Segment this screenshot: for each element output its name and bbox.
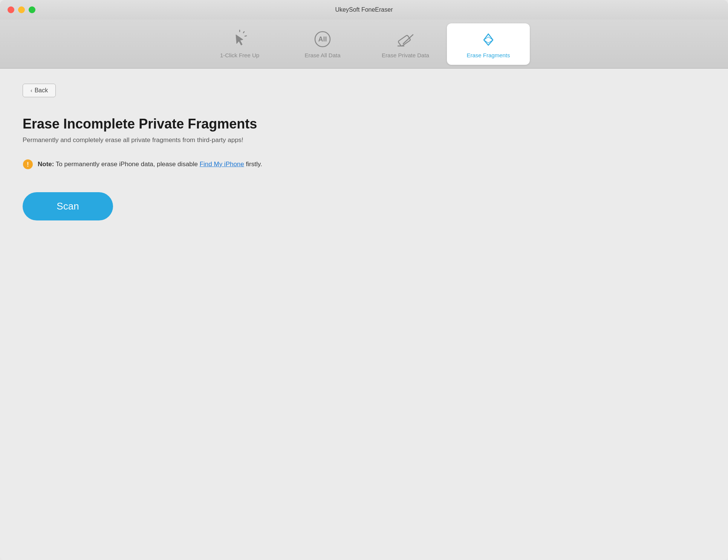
tab-erase-all-label: Erase All Data: [304, 52, 340, 58]
svg-line-1: [243, 32, 244, 33]
tab-erase-private-label: Erase Private Data: [382, 52, 429, 58]
section-title: Erase Incomplete Private Fragments: [23, 116, 705, 132]
minimize-button[interactable]: [18, 6, 25, 13]
all-icon: All: [313, 29, 332, 49]
warning-icon: !: [23, 159, 33, 170]
scan-button[interactable]: Scan: [23, 192, 113, 220]
svg-line-2: [245, 36, 246, 36]
tab-erase-private[interactable]: Erase Private Data: [364, 23, 447, 65]
section-subtitle: Permanently and completely erase all pri…: [23, 136, 705, 144]
note-text: Note: To permanently erase iPhone data, …: [38, 161, 262, 168]
tab-one-click-label: 1-Click Free Up: [220, 52, 259, 58]
svg-text:All: All: [318, 35, 327, 43]
close-button[interactable]: [8, 6, 14, 13]
app-window: UkeySoft FoneEraser 1-Click Free Up: [0, 0, 728, 560]
cursor-icon: [230, 29, 249, 49]
note-prefix: Note:: [38, 161, 54, 168]
diamond-eraser-icon: [479, 29, 498, 49]
back-button-label: Back: [35, 87, 48, 94]
tab-one-click[interactable]: 1-Click Free Up: [198, 23, 281, 65]
svg-marker-3: [236, 35, 243, 45]
maximize-button[interactable]: [29, 6, 35, 13]
svg-rect-6: [398, 35, 411, 46]
back-button[interactable]: ‹ Back: [23, 84, 56, 97]
tab-erase-fragments[interactable]: Erase Fragments: [447, 23, 530, 65]
tab-erase-fragments-label: Erase Fragments: [466, 52, 510, 58]
window-title: UkeySoft FoneEraser: [335, 6, 393, 13]
main-content: ‹ Back Erase Incomplete Private Fragment…: [0, 69, 728, 560]
back-arrow-icon: ‹: [31, 87, 32, 93]
note-suffix: firstly.: [244, 161, 262, 168]
find-my-iphone-link[interactable]: Find My iPhone: [200, 161, 244, 168]
eraser-icon: [396, 29, 415, 49]
title-bar: UkeySoft FoneEraser: [0, 0, 728, 20]
svg-text:!: !: [27, 161, 29, 168]
window-controls: [8, 6, 35, 13]
note-body: To permanently erase iPhone data, please…: [54, 161, 199, 168]
tab-navigation: 1-Click Free Up All Erase All Data Era: [0, 20, 728, 69]
note-row: ! Note: To permanently erase iPhone data…: [23, 159, 705, 170]
tab-erase-all[interactable]: All Erase All Data: [281, 23, 364, 65]
